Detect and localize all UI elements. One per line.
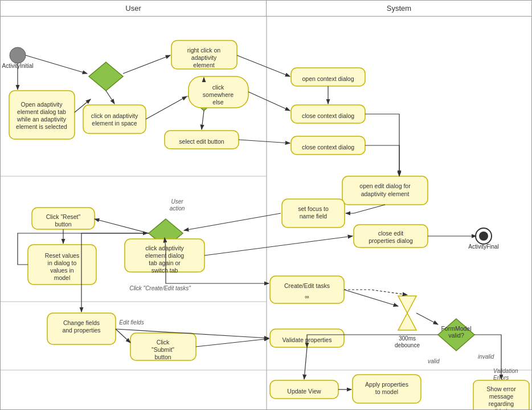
svg-text:click: click [212, 84, 224, 91]
click-create-edit-label: Click "Create/Edit tasks" [129, 285, 191, 291]
svg-text:∞: ∞ [305, 293, 309, 300]
diagram-svg: ActivityInitial Open adaptivity element … [1, 17, 532, 410]
edit-fields-label: Edit fields [119, 319, 144, 326]
arrow-somewhere-to-close1 [248, 92, 290, 111]
svg-text:properties dialog: properties dialog [369, 237, 413, 244]
diamond1-node [89, 62, 123, 91]
arrow-clickadaptivity-to-diamond2 [146, 96, 187, 119]
invalid-label: invalid [478, 354, 494, 360]
open-dialog-tab-text: Open adaptivity [21, 101, 63, 108]
svg-text:name field: name field [300, 213, 328, 220]
arrow-diamond2-to-selectedit [202, 111, 204, 129]
arrow-diamond1-to-rightclick [123, 55, 170, 74]
arrow-diamond1-to-clickadaptivity [106, 91, 114, 104]
arrow-selectedit-to-close2 [239, 140, 290, 143]
svg-text:right click on: right click on [187, 47, 221, 54]
user-lane-header: User [1, 1, 267, 16]
svg-text:Show error: Show error [486, 385, 516, 392]
svg-text:close context dialog: close context dialog [302, 144, 354, 151]
svg-text:element: element [193, 62, 214, 68]
diagram-container: User System ActivityInitial Open adaptiv… [0, 0, 532, 410]
svg-text:Reset values: Reset values [45, 252, 80, 259]
svg-text:debounce: debounce [395, 342, 420, 348]
debounce-node [398, 296, 416, 330]
arrow-validate-to-updateview [304, 347, 307, 379]
svg-text:somewhere: somewhere [203, 91, 234, 98]
svg-text:Click "Reset": Click "Reset" [46, 213, 81, 220]
svg-text:"Submit": "Submit" [152, 346, 174, 353]
svg-text:element in space: element in space [92, 120, 137, 127]
svg-text:select edit button: select edit button [179, 138, 224, 145]
activity-initial-node [10, 47, 26, 63]
svg-text:button: button [55, 221, 71, 228]
activity-final-inner [479, 232, 488, 241]
validation-errors-label: Validation [493, 368, 518, 374]
arrow-rightclick-to-opencontext [237, 55, 290, 76]
svg-text:validation: validation [489, 408, 514, 410]
svg-text:while an adaptivity: while an adaptivity [17, 116, 67, 123]
svg-text:message: message [489, 393, 514, 400]
svg-text:else: else [212, 99, 223, 105]
svg-text:click adaptivity: click adaptivity [145, 245, 184, 251]
arrow-clicksubmit-to-validate [196, 339, 269, 347]
svg-text:element dialog tab: element dialog tab [17, 108, 66, 115]
system-lane-header: System [267, 1, 531, 16]
svg-text:Click: Click [157, 339, 170, 346]
valid-label: valid [428, 358, 440, 364]
svg-text:Create/Edit tasks: Create/Edit tasks [284, 282, 330, 289]
svg-text:adaptivity: adaptivity [191, 54, 217, 61]
svg-text:to model: to model [375, 388, 398, 395]
svg-text:close edit: close edit [378, 230, 403, 237]
diagram-header: User System [1, 1, 531, 17]
user-action-label: User [171, 198, 183, 205]
svg-text:element dialog: element dialog [145, 252, 184, 259]
svg-text:click on adaptivity: click on adaptivity [91, 112, 138, 119]
svg-text:button: button [154, 354, 171, 360]
svg-text:Update View: Update View [287, 388, 321, 395]
svg-text:element is selected: element is selected [16, 123, 67, 130]
svg-text:Change fields: Change fields [63, 319, 100, 326]
svg-text:close context dialog: close context dialog [302, 112, 354, 119]
arrow-close2-to-openedit [365, 145, 399, 175]
arrow-createedit-to-debounce [344, 290, 398, 306]
svg-text:model: model [54, 274, 71, 281]
svg-text:switch tab: switch tab [152, 267, 178, 274]
svg-text:set focus to: set focus to [298, 205, 329, 212]
svg-text:values in: values in [50, 267, 74, 274]
svg-text:action: action [170, 205, 185, 212]
arrow-clicktab-to-closeedit [204, 236, 353, 255]
arrow-initial-to-diamond1 [26, 55, 87, 74]
svg-text:in dialog to: in dialog to [48, 259, 77, 266]
arrow-openedit-to-setfocus [346, 205, 385, 213]
svg-text:regarding: regarding [489, 400, 514, 407]
arrow-diamond3-to-clickreset [95, 219, 149, 233]
svg-text:open edit dialog for: open edit dialog for [359, 182, 411, 189]
svg-text:Apply properties: Apply properties [365, 381, 408, 388]
svg-text:and properties: and properties [62, 327, 100, 334]
svg-text:adaptivity element: adaptivity element [361, 190, 410, 197]
svg-text:FormModel: FormModel [441, 325, 471, 332]
svg-text:open context dialog: open context dialog [302, 75, 354, 82]
debounce-label: 300ms [399, 335, 416, 342]
svg-text:tab again or: tab again or [149, 259, 181, 266]
arrow-changefields-to-clicksubmit [116, 329, 130, 343]
svg-text:valid?: valid? [448, 332, 464, 339]
activity-final-label: ActivityFinal [468, 243, 498, 250]
arrow-debounce-to-formvalid [416, 313, 438, 324]
